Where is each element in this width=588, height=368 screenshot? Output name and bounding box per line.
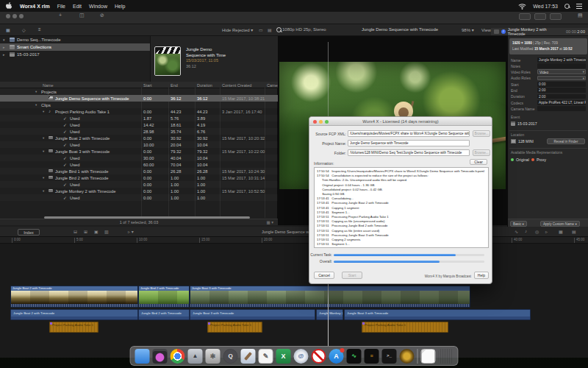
viewer-zoom-menu[interactable]: 98% ▾: [462, 27, 474, 32]
connected-clip[interactable]: Jungle Boat 3 with Timecode: [190, 309, 315, 320]
launchpad-icon[interactable]: ▲: [188, 349, 203, 364]
connected-clip[interactable]: Jungle Bird 2 with Timecode: [138, 309, 190, 320]
event-row[interactable]: 15-03-2017: [511, 121, 537, 126]
browser-row[interactable]: ✓Used1.875.763.89: [0, 115, 278, 121]
clear-button[interactable]: Clear: [470, 159, 487, 165]
col-name[interactable]: Name: [43, 83, 54, 88]
dialog-field-input[interactable]: /Volumes/128 MINI/Demo Seq Test/Jungle D…: [348, 149, 470, 156]
browser-row[interactable]: Jungle Bird 1 with Timecode0.0026.2826.2…: [0, 168, 278, 174]
index-button[interactable]: Index: [18, 229, 40, 236]
sidebar-item-15-03-2017[interactable]: ▸15-03-2017: [0, 51, 150, 58]
tool-menu[interactable]: ▹ ▾: [128, 229, 134, 234]
col-start[interactable]: Start: [143, 83, 152, 88]
connected-clip[interactable]: Jungle Boat 3 with Timecode: [344, 309, 531, 320]
clip-view-icon[interactable]: ▭: [259, 27, 263, 32]
textedit-icon[interactable]: ✎: [259, 349, 273, 364]
zoom-window-button[interactable]: [19, 14, 24, 18]
menu-item-edit[interactable]: Edit: [73, 4, 82, 9]
start-button[interactable]: Start: [342, 272, 362, 279]
metadata-view-button[interactable]: Basic ▾: [510, 221, 527, 227]
toolbar-button-2[interactable]: [534, 13, 546, 20]
sidebar-item-smart-collections[interactable]: ▸Smart Collections: [0, 43, 150, 51]
apple-icon[interactable]: [6, 2, 12, 10]
browser-row[interactable]: ✓Used14.4218.614.19: [0, 121, 278, 128]
excel-icon[interactable]: X: [276, 349, 291, 364]
col-end[interactable]: End: [171, 83, 178, 88]
background-tasks-icon[interactable]: ⊘: [100, 13, 104, 18]
browser-row[interactable]: ✓Used28.9835.746.76: [0, 128, 278, 135]
audio-terminal-icon[interactable]: ∿: [347, 349, 362, 364]
wifi-icon[interactable]: [518, 3, 526, 10]
insert-edit-icon[interactable]: ⊞: [84, 229, 87, 234]
keyword-editor-icon[interactable]: ◫: [79, 13, 85, 18]
browser-row[interactable]: ✓Used60.0070.0410.04: [0, 161, 278, 168]
audio-clip[interactable]: Project Parking Audio Take 1: [207, 322, 262, 333]
timeline-clip[interactable]: Jungle Boat 3 with Timecode: [190, 286, 470, 308]
menu-item-help[interactable]: Help: [115, 4, 125, 9]
inspector-tab-icon[interactable]: [494, 29, 499, 34]
import-media-icon[interactable]: +: [59, 13, 62, 18]
system-preferences-icon[interactable]: ✻: [206, 349, 220, 364]
browser-row[interactable]: ▾Jungle Boat 3 with Timecode0.0079.3279.…: [0, 148, 278, 155]
trash-icon[interactable]: [439, 349, 453, 364]
spotlight-icon[interactable]: [564, 4, 570, 9]
toolbar-button-3[interactable]: [550, 13, 562, 20]
apply-custom-name-button[interactable]: Apply Custom Name ▾: [540, 221, 580, 227]
timeline-clip[interactable]: Jungle Bird 2 with Timecode: [138, 286, 190, 308]
browser-row[interactable]: ✓Used0.001.001.00: [0, 194, 278, 201]
twirl-icon[interactable]: ▾: [43, 149, 44, 153]
audio-clip[interactable]: Project Parking Audio Take 1: [49, 322, 98, 333]
browser-row[interactable]: Jungle Demo Sequence with Timecode0:0036…: [0, 95, 278, 102]
sidebar-item-demo-seq-timecode[interactable]: ▾Demo Seq...Timecode: [0, 36, 150, 43]
browser-settings-icon[interactable]: ▦ ▾: [267, 219, 274, 226]
xcode-icon[interactable]: [241, 349, 256, 364]
titles-generators-icon[interactable]: ≡: [38, 27, 41, 32]
snapping-icon[interactable]: ▹: [545, 229, 548, 234]
browse-button[interactable]: Browse...: [473, 149, 490, 156]
browser-row[interactable]: ✓Used10.0020.0410.04: [0, 141, 278, 148]
terminal-icon[interactable]: >_: [382, 349, 397, 364]
timeline-clip[interactable]: Jungle Boat 2 with Timecode: [10, 286, 138, 308]
dialog-close-button[interactable]: [313, 120, 317, 124]
menu-item-window[interactable]: Window: [89, 4, 107, 9]
browser-row[interactable]: ▾♪Project Parking Audio Take 10.0044.234…: [0, 108, 278, 115]
browser-row[interactable]: ▾Jungle Bird 2 with Timecode0.001.001.00…: [0, 174, 278, 181]
log-output[interactable]: 17:50:54 Inspecting /Users/marquisdev/Mo…: [314, 167, 489, 248]
browse-button[interactable]: Browse...: [473, 130, 490, 137]
info-inspector-icon[interactable]: i: [501, 29, 506, 34]
close-window-button[interactable]: [6, 14, 10, 18]
connected-clip[interactable]: Jungle Boat 2 with Timecode: [10, 309, 138, 320]
reveal-in-finder-button[interactable]: Reveal in Finder: [547, 138, 585, 144]
dialog-zoom-button[interactable]: [325, 120, 329, 124]
dialog-title-bar[interactable]: Worx4 X - Licensed (14 days remaining): [309, 117, 492, 126]
browser-row[interactable]: ▾Jungle Monkey 2 with Timecode0.001.001.…: [0, 188, 278, 194]
notification-center-icon[interactable]: [576, 4, 582, 9]
chrome-icon[interactable]: [171, 349, 185, 364]
twirl-icon[interactable]: ▾: [43, 189, 44, 193]
blocked-app-icon[interactable]: [312, 349, 326, 364]
twirl-icon[interactable]: ▾: [35, 103, 37, 107]
network-app-icon[interactable]: @: [294, 349, 309, 364]
clip-appearance-icon[interactable]: ▦: [559, 229, 563, 234]
audio-skimming-icon[interactable]: ♪: [525, 229, 527, 233]
dialog-field-input[interactable]: /Users/marquisdev/Movies/FCPX share to W…: [348, 130, 470, 137]
audio-clip[interactable]: Project Parking Audio Take 1: [362, 322, 448, 333]
browser-row[interactable]: ▾Projects: [0, 88, 278, 95]
twirl-icon[interactable]: ▾: [43, 176, 44, 180]
timeline-ruler[interactable]: 0:005:0010:0015:0020:0025:0030:0035:0040…: [0, 237, 588, 244]
twirl-icon[interactable]: ▾: [35, 90, 37, 93]
cancel-button[interactable]: Cancel: [314, 272, 334, 279]
twirl-icon[interactable]: ▸: [3, 45, 7, 49]
solo-icon[interactable]: ◎: [535, 229, 539, 234]
overwrite-edit-icon[interactable]: ▥: [104, 229, 109, 234]
browser-row[interactable]: ▾Jungle Boat 2 with Timecode0.0030.9230.…: [0, 135, 278, 141]
project-thumbnail[interactable]: [154, 46, 181, 76]
skimming-icon[interactable]: ∿: [514, 229, 518, 234]
zoom-slider-icon[interactable]: ▤: [572, 229, 576, 234]
twirl-icon[interactable]: ▾: [43, 110, 44, 113]
browser-row[interactable]: ✓Used0.001.001.00: [0, 181, 278, 188]
twirl-icon[interactable]: ▸: [3, 52, 7, 57]
browser-row[interactable]: ✓Used30.0040.0410.04: [0, 155, 278, 161]
minimize-window-button[interactable]: [12, 14, 17, 18]
menu-item-file[interactable]: File: [57, 4, 65, 9]
